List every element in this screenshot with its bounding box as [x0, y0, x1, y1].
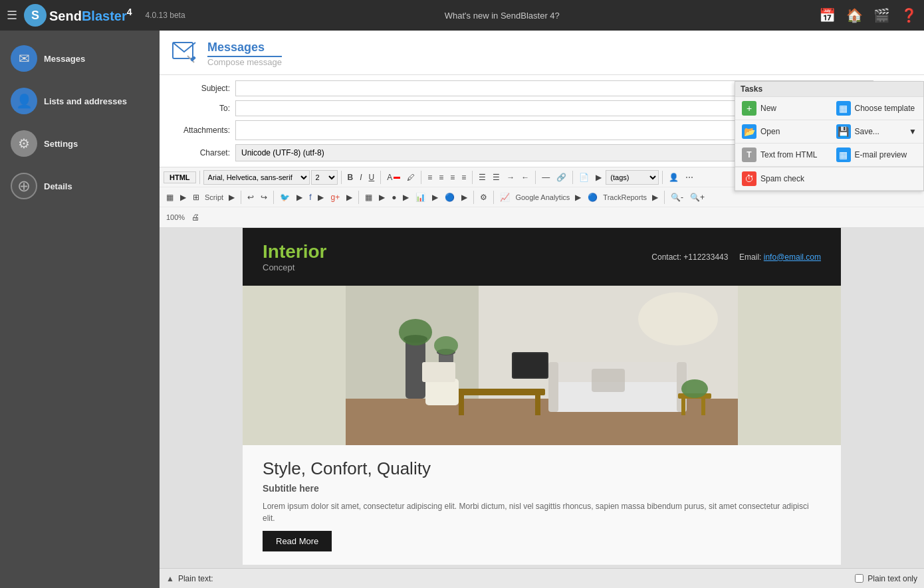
sep4: [421, 171, 421, 184]
spam-check-button[interactable]: ⏱ Spam check: [735, 167, 923, 191]
film-icon[interactable]: 🎬: [873, 7, 890, 23]
zoom-out-button[interactable]: 🔍-: [668, 191, 686, 203]
twitter-button[interactable]: 🐦: [277, 191, 292, 203]
home-icon[interactable]: 🏠: [846, 7, 863, 23]
chart2-button[interactable]: 📈: [497, 191, 513, 203]
tr-arrow[interactable]: ▶: [649, 191, 661, 203]
arrow-button[interactable]: ▶: [593, 171, 604, 183]
align-right-button[interactable]: ≡: [447, 171, 457, 183]
lists-icon: 👤: [11, 88, 37, 114]
read-more-button[interactable]: Read More: [263, 531, 332, 551]
plain-text-only-label: Plain text only: [867, 574, 917, 583]
sidebar-label-details: Details: [44, 181, 72, 191]
facebook-arrow[interactable]: ▶: [315, 191, 326, 203]
hero-image: [243, 286, 841, 445]
svg-rect-13: [452, 389, 545, 395]
header-titles: Messages Compose message: [207, 41, 282, 67]
source-button[interactable]: 📄: [576, 171, 592, 183]
page-title: Messages: [207, 41, 282, 57]
sidebar-item-details[interactable]: ⊕ Details: [0, 165, 160, 207]
ordered-list-button[interactable]: ☰: [490, 171, 503, 183]
align-center-button[interactable]: ≡: [436, 171, 446, 183]
save-label: Save...: [855, 127, 879, 136]
sep6: [535, 171, 536, 184]
print-button[interactable]: 🖨: [189, 211, 202, 223]
italic-button[interactable]: I: [357, 171, 364, 183]
bullet-arrow[interactable]: ▶: [400, 191, 411, 203]
to-label: To:: [170, 104, 230, 113]
hr-button[interactable]: —: [539, 171, 552, 183]
personalize-button[interactable]: 👤: [666, 171, 681, 183]
facebook-button[interactable]: f: [306, 191, 314, 203]
google-analytics-label: Google Analytics: [514, 193, 571, 201]
help-icon[interactable]: ❓: [901, 7, 917, 23]
blocks-button[interactable]: ⊞: [190, 191, 202, 203]
chart-arrow[interactable]: ▶: [429, 191, 441, 203]
template-button[interactable]: ▦: [164, 191, 176, 203]
outdent-button[interactable]: ←: [519, 171, 532, 183]
highlight-button[interactable]: 🖊: [404, 171, 417, 183]
chart-button[interactable]: 📊: [413, 191, 428, 203]
plain-text-only-checkbox[interactable]: [855, 574, 864, 583]
sidebar-item-messages[interactable]: ✉ Messages: [0, 37, 160, 80]
html-mode-button[interactable]: HTML: [164, 171, 196, 183]
bullet-button[interactable]: ●: [389, 191, 399, 203]
new-icon: +: [742, 101, 756, 116]
underline-button[interactable]: U: [366, 171, 378, 183]
track-icon[interactable]: 🔵: [585, 191, 600, 203]
template-arrow[interactable]: ▶: [177, 191, 189, 203]
social-button[interactable]: 🔵: [442, 191, 457, 203]
svg-point-12: [434, 336, 458, 355]
bold-button[interactable]: B: [345, 171, 356, 183]
text-from-html-button[interactable]: T Text from HTML: [735, 144, 830, 167]
open-button[interactable]: 📂 Open: [735, 120, 830, 144]
bottom-bar: ▲ Plain text: Plain text only: [160, 568, 924, 588]
sep8: [662, 171, 663, 184]
sep10: [273, 191, 274, 204]
more-button[interactable]: ⋯: [683, 171, 696, 183]
new-label: New: [760, 104, 776, 113]
plain-text-arrow: ▲: [166, 574, 174, 583]
new-button[interactable]: + New: [735, 97, 830, 120]
font-color-button[interactable]: A: [384, 171, 403, 183]
email-address[interactable]: info@email.com: [764, 252, 821, 262]
redo-button[interactable]: ↪: [258, 191, 270, 203]
svg-rect-20: [548, 362, 558, 412]
link-button[interactable]: 🔗: [554, 171, 569, 183]
align-left-button[interactable]: ≡: [425, 171, 435, 183]
gplus-button[interactable]: g+: [328, 191, 342, 203]
undo-button[interactable]: ↩: [245, 191, 257, 203]
menu-icon[interactable]: ☰: [7, 8, 17, 23]
script-arrow[interactable]: ▶: [226, 191, 237, 203]
svg-point-26: [681, 379, 708, 398]
topbar-icons: 📅 🏠 🎬 ❓: [819, 7, 917, 23]
layout-arrow[interactable]: ▶: [376, 191, 388, 203]
sep1: [199, 171, 200, 184]
open-icon: 📂: [742, 124, 756, 139]
social-arrow[interactable]: ▶: [459, 191, 470, 203]
justify-button[interactable]: ≡: [459, 171, 469, 183]
indent-button[interactable]: →: [504, 171, 517, 183]
unordered-list-button[interactable]: ☰: [476, 171, 489, 183]
sidebar-item-lists[interactable]: 👤 Lists and addresses: [0, 80, 160, 122]
layout-button[interactable]: ▦: [362, 191, 375, 203]
twitter-arrow[interactable]: ▶: [294, 191, 305, 203]
sidebar-item-settings[interactable]: ⚙ Settings: [0, 122, 160, 165]
sep11: [358, 191, 359, 204]
svg-rect-22: [592, 369, 625, 392]
choose-template-button[interactable]: ▦ Choose template: [830, 97, 924, 120]
sep7: [572, 171, 573, 184]
whats-new-link[interactable]: What's new in SendBlaster 4?: [192, 11, 812, 21]
font-select[interactable]: Arial, Helvetica, sans-serif: [203, 170, 310, 185]
sep14: [664, 191, 665, 204]
tags-select[interactable]: (tags): [606, 170, 659, 185]
ga-arrow[interactable]: ▶: [572, 191, 584, 203]
calendar-icon[interactable]: 📅: [819, 7, 836, 23]
editor-scroll-area[interactable]: Interior Concept Contact: +112233443 Ema…: [160, 228, 924, 568]
zoom-in-button[interactable]: 🔍+: [687, 191, 707, 203]
size-select[interactable]: 2: [311, 170, 338, 185]
save-button[interactable]: 💾 Save... ▼: [830, 120, 924, 144]
settings2-button[interactable]: ⚙: [477, 191, 490, 203]
gplus-arrow[interactable]: ▶: [344, 191, 355, 203]
email-preview-button[interactable]: ▦ E-mail preview: [830, 144, 924, 167]
